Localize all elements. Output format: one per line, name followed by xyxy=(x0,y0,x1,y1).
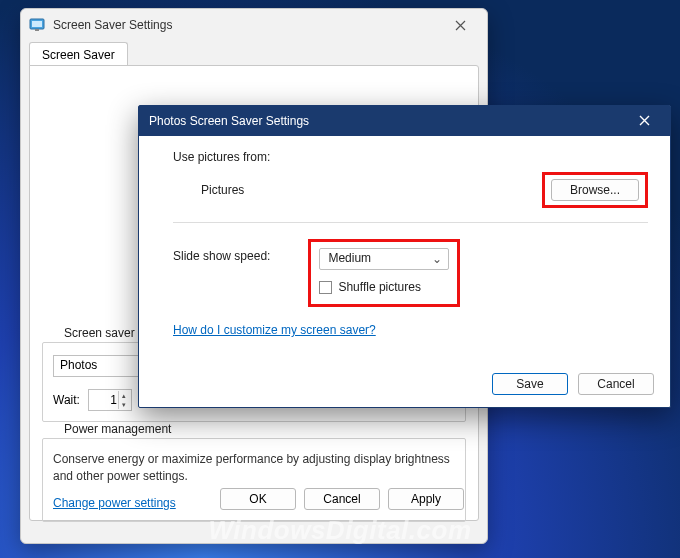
child-button-row: Save Cancel xyxy=(492,373,654,395)
spinner-arrows[interactable]: ▴ ▾ xyxy=(118,391,130,409)
tab-screen-saver[interactable]: Screen Saver xyxy=(29,42,128,66)
pictures-row: Pictures Browse... xyxy=(201,172,648,208)
child-title: Photos Screen Saver Settings xyxy=(149,114,628,128)
child-titlebar[interactable]: Photos Screen Saver Settings xyxy=(139,106,670,136)
wait-spinner[interactable]: 1 ▴ ▾ xyxy=(88,389,132,411)
parent-title: Screen Saver Settings xyxy=(53,18,441,32)
browse-highlight: Browse... xyxy=(542,172,648,208)
close-icon xyxy=(639,115,650,126)
parent-tabs: Screen Saver xyxy=(21,41,487,65)
shuffle-checkbox[interactable] xyxy=(319,281,332,294)
customize-link[interactable]: How do I customize my screen saver? xyxy=(173,323,376,337)
change-power-settings-link[interactable]: Change power settings xyxy=(53,496,176,510)
ok-button[interactable]: OK xyxy=(220,488,296,510)
divider xyxy=(173,222,648,223)
pm-description: Conserve energy or maximize performance … xyxy=(53,451,455,485)
slideshow-speed-value: Medium xyxy=(328,251,371,265)
shuffle-label: Shuffle pictures xyxy=(338,280,421,294)
speed-highlight: Medium ⌄ Shuffle pictures xyxy=(308,239,460,307)
tab-label: Screen Saver xyxy=(42,48,115,62)
parent-close-button[interactable] xyxy=(441,11,479,39)
close-icon xyxy=(455,20,466,31)
child-close-button[interactable] xyxy=(628,113,660,129)
pictures-folder-name: Pictures xyxy=(201,183,542,197)
screensaver-icon xyxy=(29,17,45,33)
slideshow-speed-label: Slide show speed: xyxy=(173,239,270,263)
wait-label: Wait: xyxy=(53,393,80,407)
shuffle-row: Shuffle pictures xyxy=(319,280,449,294)
pm-group-label: Power management xyxy=(60,422,175,436)
parent-titlebar[interactable]: Screen Saver Settings xyxy=(21,9,487,41)
child-cancel-button[interactable]: Cancel xyxy=(578,373,654,395)
browse-button[interactable]: Browse... xyxy=(551,179,639,201)
svg-rect-2 xyxy=(35,29,39,31)
child-body: Use pictures from: Pictures Browse... Sl… xyxy=(139,136,670,407)
use-pictures-label: Use pictures from: xyxy=(173,150,648,164)
cancel-button[interactable]: Cancel xyxy=(304,488,380,510)
photos-screensaver-settings-window: Photos Screen Saver Settings Use picture… xyxy=(138,105,671,408)
save-button[interactable]: Save xyxy=(492,373,568,395)
spinner-up-icon[interactable]: ▴ xyxy=(118,391,130,400)
slideshow-speed-select[interactable]: Medium ⌄ xyxy=(319,248,449,270)
wait-value: 1 xyxy=(110,393,117,407)
screensaver-group-label: Screen saver xyxy=(60,326,139,340)
speed-row: Slide show speed: Medium ⌄ Shuffle pictu… xyxy=(173,239,648,307)
parent-button-row: OK Cancel Apply xyxy=(220,488,464,510)
svg-rect-1 xyxy=(32,21,42,27)
chevron-down-icon: ⌄ xyxy=(432,252,442,266)
spinner-down-icon[interactable]: ▾ xyxy=(118,400,130,409)
screensaver-select-value: Photos xyxy=(60,358,97,372)
apply-button[interactable]: Apply xyxy=(388,488,464,510)
